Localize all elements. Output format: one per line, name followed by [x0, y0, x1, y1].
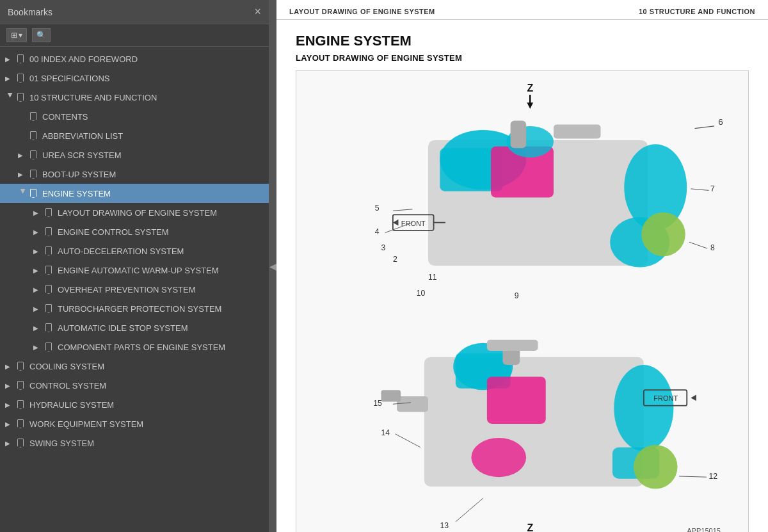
tree-item-engine[interactable]: ▶ ENGINE SYSTEM [0, 184, 269, 203]
tree-item-label: WORK EQUIPMENT SYSTEM [29, 419, 264, 429]
svg-text:13: 13 [440, 521, 449, 530]
tree-item-label: UREA SCR SYSTEM [42, 150, 264, 160]
tree-item-overheat[interactable]: ▶ OVERHEAT PREVENTION SYSTEM [0, 280, 269, 299]
expand-arrow: ▶ [33, 344, 44, 351]
bookmark-icon [28, 149, 38, 161]
svg-text:9: 9 [515, 291, 519, 300]
tree-item-label: CONTENTS [42, 112, 264, 122]
bookmarks-title: Bookmarks [8, 7, 52, 17]
close-button[interactable]: × [254, 5, 261, 19]
svg-rect-11 [554, 125, 601, 139]
tree-item-00-index[interactable]: ▶ 00 INDEX AND FOREWORD [0, 49, 269, 69]
tree-item-01-specs[interactable]: ▶ 01 SPECIFICATIONS [0, 69, 269, 88]
svg-line-31 [689, 242, 707, 248]
tree-item-label: COMPONENT PARTS OF ENGINE SYSTEM [58, 343, 264, 352]
svg-point-40 [634, 445, 678, 489]
svg-line-52 [456, 498, 483, 522]
tree-item-label: 10 STRUCTURE AND FUNCTION [29, 93, 264, 102]
tree-item-parts[interactable]: ▶ COMPONENT PARTS OF ENGINE SYSTEM [0, 337, 269, 357]
svg-marker-2 [527, 102, 533, 109]
expand-arrow: ▶ [5, 56, 15, 63]
tree-item-contents[interactable]: ▶ CONTENTS [0, 107, 269, 126]
bookmark-icon [44, 207, 54, 218]
svg-text:FRONT: FRONT [653, 394, 678, 402]
tree-container[interactable]: ▶ 00 INDEX AND FOREWORD ▶ 01 SPECIFICATI… [0, 47, 269, 532]
bookmark-icon [44, 303, 54, 314]
tree-item-idle[interactable]: ▶ AUTOMATIC IDLE STOP SYSTEM [0, 318, 269, 337]
tree-item-turbo[interactable]: ▶ TURBOCHARGER PROTECTION SYSTEM [0, 299, 269, 318]
tree-item-label: ENGINE CONTROL SYSTEM [58, 227, 264, 237]
tree-item-label: AUTOMATIC IDLE STOP SYSTEM [58, 323, 264, 333]
dropdown-icon: ▾ [19, 31, 22, 40]
tree-item-label: 00 INDEX AND FOREWORD [29, 54, 264, 64]
svg-line-50 [396, 434, 420, 447]
tree-item-label: LAYOUT DRAWING OF ENGINE SYSTEM [58, 208, 264, 218]
svg-point-14 [641, 213, 685, 257]
expand-arrow: ▶ [33, 229, 44, 236]
svg-text:5: 5 [375, 204, 380, 213]
bookmark-icon [15, 360, 26, 372]
expand-arrow: ▶ [33, 305, 44, 312]
expand-arrow: ▶ [5, 382, 15, 389]
tree-item-abbr[interactable]: ▶ ABBREVIATION LIST [0, 126, 269, 145]
doc-subtitle: LAYOUT DRAWING OF ENGINE SYSTEM [296, 53, 749, 63]
bookmark-icon [28, 188, 38, 199]
svg-text:Z: Z [527, 83, 533, 93]
panel-splitter[interactable]: ◀ [269, 0, 276, 532]
svg-point-41 [471, 438, 526, 477]
tree-item-work[interactable]: ▶ WORK EQUIPMENT SYSTEM [0, 414, 269, 433]
tree-item-label: TURBOCHARGER PROTECTION SYSTEM [58, 304, 264, 314]
svg-text:2: 2 [393, 255, 397, 264]
bookmark-icon [44, 226, 54, 238]
bookmark-icon [15, 399, 26, 410]
bookmark-icon [44, 284, 54, 295]
svg-marker-46 [691, 394, 696, 401]
expand-arrow: ▶ [33, 209, 44, 216]
tree-item-control2[interactable]: ▶ CONTROL SYSTEM [0, 376, 269, 395]
svg-line-4 [695, 126, 715, 129]
engine-diagram-bottom: FRONT 15 14 13 12 Z APP15015 [303, 334, 742, 532]
engine-diagram-area: Z 6 [296, 70, 749, 532]
tree-item-swing[interactable]: ▶ SWING SYSTEM [0, 433, 269, 453]
expand-arrow: ▶ [7, 92, 14, 102]
bookmark-icon [15, 418, 26, 430]
tree-item-boot[interactable]: ▶ BOOT-UP SYSTEM [0, 165, 269, 184]
svg-text:12: 12 [709, 471, 718, 480]
doc-header-left: LAYOUT DRAWING OF ENGINE SYSTEM [289, 8, 435, 15]
tree-item-10-structure[interactable]: ▶ 10 STRUCTURE AND FUNCTION [0, 88, 269, 107]
tree-item-layout[interactable]: ▶ LAYOUT DRAWING OF ENGINE SYSTEM [0, 203, 269, 222]
tree-item-label: SWING SYSTEM [29, 439, 264, 448]
svg-text:Z: Z [527, 522, 533, 532]
tree-item-urea[interactable]: ▶ UREA SCR SYSTEM [0, 145, 269, 165]
bookmark-icon [28, 111, 38, 122]
svg-text:11: 11 [428, 273, 437, 282]
engine-diagram-top: Z 6 [303, 77, 742, 321]
search-icon: 🔍 [36, 31, 46, 40]
doc-header: LAYOUT DRAWING OF ENGINE SYSTEM 10 STRUC… [276, 0, 768, 20]
search-button[interactable]: 🔍 [32, 28, 51, 42]
view-toggle-button[interactable]: ⊞ ▾ [6, 28, 27, 42]
svg-rect-10 [511, 120, 527, 148]
collapse-panel-arrow[interactable]: ◀ [269, 261, 276, 271]
expand-arrow: ▶ [5, 421, 15, 428]
svg-text:7: 7 [710, 184, 715, 193]
tree-item-engine-control[interactable]: ▶ ENGINE CONTROL SYSTEM [0, 222, 269, 241]
tree-item-label: BOOT-UP SYSTEM [42, 170, 264, 179]
expand-arrow: ▶ [18, 171, 28, 178]
doc-title: ENGINE SYSTEM [296, 33, 749, 49]
bookmark-icon [15, 92, 26, 103]
bookmark-icon [28, 168, 38, 180]
expand-arrow: ▶ [33, 267, 44, 274]
tree-item-warmup[interactable]: ▶ ENGINE AUTOMATIC WARM-UP SYSTEM [0, 261, 269, 280]
doc-content: ENGINE SYSTEM LAYOUT DRAWING OF ENGINE S… [276, 20, 768, 532]
tree-item-decel[interactable]: ▶ AUTO-DECELERATION SYSTEM [0, 241, 269, 261]
tree-item-hydraulic[interactable]: ▶ HYDRAULIC SYSTEM [0, 395, 269, 414]
svg-text:APP15015: APP15015 [687, 527, 721, 532]
svg-text:3: 3 [381, 243, 386, 252]
right-panel: LAYOUT DRAWING OF ENGINE SYSTEM 10 STRUC… [276, 0, 768, 532]
tree-item-cooling[interactable]: ▶ COOLING SYSTEM [0, 357, 269, 376]
svg-marker-18 [393, 220, 399, 226]
bookmark-icon [15, 53, 26, 65]
tree-item-label: ENGINE AUTOMATIC WARM-UP SYSTEM [58, 266, 264, 275]
svg-point-38 [614, 365, 673, 451]
